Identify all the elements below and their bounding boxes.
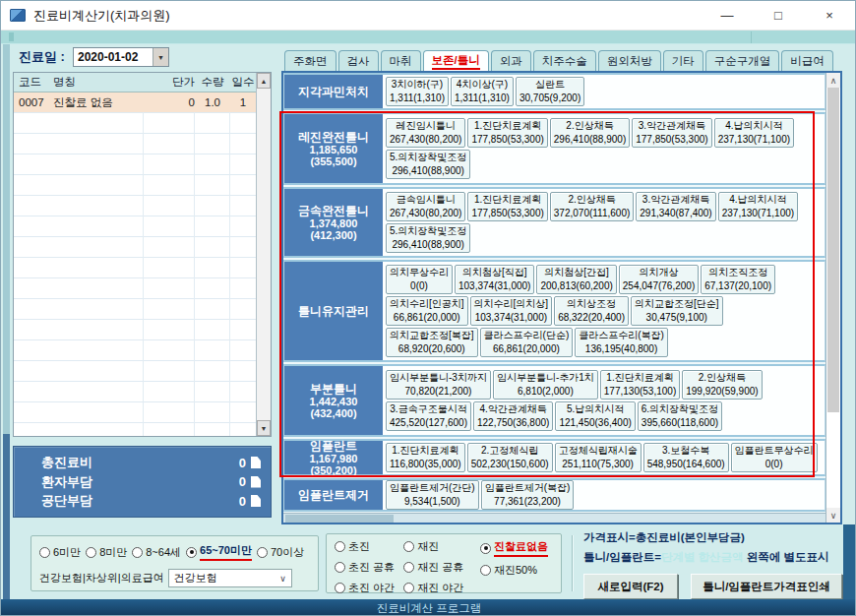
radio-age-3[interactable]: 65~70미만 [186,543,252,561]
scroll-down-icon[interactable]: ▼ [257,420,271,436]
panel-horizontal-scrollbar[interactable] [283,513,825,523]
window-title: 진료비계산기(치과의원) [33,7,170,25]
tab-5[interactable]: 치주수술 [533,50,596,71]
tab-1[interactable]: 검사 [338,50,379,71]
scrollbar-thumb[interactable] [827,88,839,412]
tab-4[interactable]: 외과 [491,50,531,71]
price-button[interactable]: 임시부분틀니-추가1치6,810(2,000) [493,370,598,400]
scroll-down-icon[interactable]: ∨ [826,508,840,523]
price-button[interactable]: 레진임시틀니267,430(80,200) [386,118,465,148]
table-row[interactable]: 0007 진찰료 없음 0 1.0 1 [14,92,256,112]
price-button[interactable]: 2.인상채득372,070(111,600) [550,192,634,221]
price-button[interactable]: 5.의치장착및조정296,410(88,900) [386,223,470,253]
price-button[interactable]: 2.인상채득199,920(59,900) [682,370,762,400]
price-button[interactable]: 1.진단치료계획177,850(53,300) [467,118,547,148]
radio-visit-0-1[interactable]: 초진 공휴 [335,560,398,575]
price-button[interactable]: 4.악간관계채득122,750(36,800) [473,401,553,431]
price-button[interactable]: 임플란트무상수리0(0) [731,443,818,472]
button-row: 임플란트제거(간단)9,534(1,500)임플란트제거(복잡)77,361(2… [385,480,823,510]
price-button[interactable]: 금속임시틀니267,430(80,200) [386,192,465,221]
radio-age-4[interactable]: 70이상 [257,545,304,560]
scroll-up-icon[interactable]: ∧ [826,73,840,88]
grid-scrollbar[interactable]: ▲ ▼ [256,73,271,436]
scroll-up-icon[interactable]: ▲ [257,73,271,89]
maximize-icon[interactable]: □ [753,1,804,30]
close-icon[interactable]: × [804,1,855,30]
price-button[interactable]: 의치상조정68,322(20,400) [554,296,629,326]
new-input-button[interactable]: 새로입력(F2) [583,574,678,599]
price-button[interactable]: 6.의치장착및조정395,660(118,600) [638,401,722,431]
section-label: 임플란트 1,167,980 (350,200) [284,441,383,474]
price-button[interactable]: 실란트30,705(9,200) [516,77,584,106]
radio-visit-2-0[interactable]: 진찰료없음 [480,539,548,557]
total-value: 0 [239,474,246,489]
radio-visit-1-2[interactable]: 재진 야간 [403,581,475,595]
price-button[interactable]: 의치무상수리0(0) [386,265,453,294]
radio-visit-0-2[interactable]: 초진 야간 [335,581,398,595]
price-button[interactable]: 의치교합조정[복잡]68,920(20,600) [386,328,478,357]
price-button[interactable]: 3.보철수복548,950(164,600) [643,443,729,472]
button-row: 금속임시틀니267,430(80,200)1.진단치료계획177,850(53,… [385,191,823,222]
price-button[interactable]: 5.의치장착및조정296,410(88,900) [386,150,470,179]
price-button[interactable]: 의치교합조정[단순]30,475(9,100) [631,296,723,326]
price-button[interactable]: 1.진단치료계획177,130(53,100) [600,370,680,400]
section-title: 틀니유지관리 [298,305,369,318]
tab-8[interactable]: 구순구개열 [705,50,780,71]
panel-vertical-scrollbar[interactable]: ∧ ∨ [825,73,840,523]
price-button[interactable]: 의치첨상[간접]200,813(60,200) [536,265,616,294]
price-button[interactable]: 3.악간관계채득291,340(87,400) [636,192,715,221]
section-metal-complete-denture: 금속완전틀니 1,374,800 (412,300) 금속임시틀니267,430… [283,187,825,258]
price-button[interactable]: 고정체식립재시술251,110(75,300) [555,443,642,472]
tab-7[interactable]: 기타 [663,50,703,71]
price-button[interactable]: 임시부분틀니-3치까지70,820(21,200) [386,370,491,400]
tab-6[interactable]: 원외처방 [598,50,661,71]
treatment-date-select[interactable]: 2020-01-02 ▼ [73,47,169,67]
tab-label: 마취 [390,54,412,69]
price-button[interactable]: 의치조직조정67,137(20,100) [701,265,775,294]
radio-age-2[interactable]: 8~64세 [132,545,181,560]
radio-visit-1-1[interactable]: 재진 공휴 [403,560,475,575]
chevron-down-icon[interactable]: ▼ [153,48,168,66]
tab-2[interactable]: 마취 [381,50,421,71]
price-button[interactable]: 의치첨상[직접]103,374(31,000) [455,265,534,294]
price-button[interactable]: 임플란트제거(복잡)77,361(23,200) [481,480,575,510]
radio-label: 70이상 [271,545,304,560]
grid-body: 0007 진찰료 없음 0 1.0 1 [14,92,256,436]
toolbar-grip [9,32,14,41]
price-button[interactable]: 2.인상채득296,410(88,900) [550,118,630,148]
price-button[interactable]: 의치개상254,047(76,200) [619,265,699,294]
price-button[interactable]: 의치수리[인공치]66,861(20,000) [386,296,468,326]
price-button[interactable]: 임플란트제거(간단)9,534(1,500) [386,480,479,510]
price-button[interactable]: 1.진단치료계획116,800(35,000) [386,443,465,472]
price-button[interactable]: 4.납의치시적237,130(71,100) [718,192,798,221]
insurance-select[interactable]: 건강보험 ∨ [168,569,292,587]
tab-9[interactable]: 비급여 [781,50,833,71]
section-label: 금속완전틀니 1,374,800 (412,300) [284,189,383,256]
price-button[interactable]: 4치이상(구)1,311(1,310) [451,77,514,106]
minimize-icon[interactable]: — [702,1,753,30]
price-button-name: 1.진단치료계획 [471,119,543,133]
price-button[interactable]: 3치이하(구)1,311(1,310) [386,77,449,106]
price-button[interactable]: 의치수리[의치상]103,374(31,000) [470,296,553,326]
price-button[interactable]: 3.악간관계채득177,850(53,300) [632,118,711,148]
price-button-price: 177,130(53,100) [604,385,676,399]
radio-visit-2-1[interactable]: 재진50% [480,563,548,578]
app-icon [10,9,26,22]
price-button[interactable]: 3.금속구조물시적425,520(127,600) [386,401,471,431]
tab-3[interactable]: 보존/틀니 [423,50,489,71]
price-button[interactable]: 5.납의치시적121,450(36,400) [555,401,635,431]
section-title: 임플란트 [310,440,357,453]
radio-age-1[interactable]: 8미만 [86,545,127,560]
radio-visit-0-0[interactable]: 초진 [335,539,398,554]
radio-visit-1-0[interactable]: 재진 [403,539,475,554]
price-button-price: 136,195(40,800) [579,342,664,356]
price-button[interactable]: 클라스프수리(복잡)136,195(40,800) [575,328,668,357]
tab-0[interactable]: 주화면 [284,50,336,71]
scrollbar-thumb[interactable] [285,515,394,523]
radio-age-0[interactable]: 6미만 [39,545,81,560]
price-button[interactable]: 1.진단치료계획177,850(53,300) [467,192,547,221]
price-table-print-button[interactable]: 틀니/임플란트가격표인쇄 [691,574,842,599]
price-button[interactable]: 클라스프수리(단순)66,861(20,000) [480,328,574,357]
price-button[interactable]: 4.납의치시적237,130(71,100) [714,118,794,148]
price-button[interactable]: 2.고정체식립502,230(150,600) [467,443,553,472]
